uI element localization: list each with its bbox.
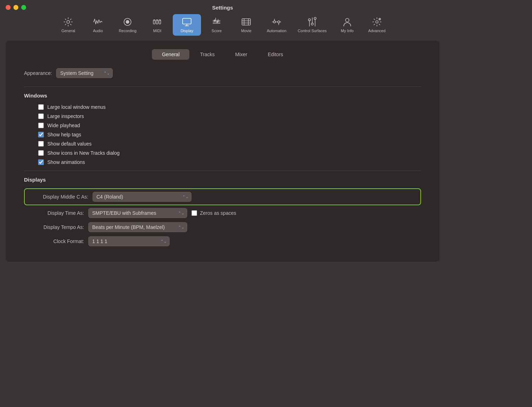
toolbar-item-recording[interactable]: Recording: [113, 14, 142, 36]
toolbar-automation-label: Automation: [267, 29, 286, 33]
display-time-row: Display Time As: SMPTE/EBU with Subframe…: [24, 208, 421, 218]
control-surfaces-icon: [307, 17, 317, 27]
windows-header: Windows: [24, 93, 421, 99]
traffic-lights: [6, 5, 26, 10]
svg-point-36: [376, 21, 378, 23]
checkbox-large-local-menus[interactable]: Large local window menus: [38, 104, 421, 110]
checkbox-show-animations-input[interactable]: [38, 159, 44, 165]
checkbox-large-inspectors-label: Large inspectors: [47, 113, 84, 119]
checkbox-large-inspectors[interactable]: Large inspectors: [38, 113, 421, 119]
svg-point-0: [67, 20, 70, 23]
display-middle-c-select-wrapper: C4 (Roland) C3 (Yamaha) C5: [93, 192, 191, 202]
maximize-button[interactable]: [21, 5, 26, 10]
checkbox-show-help-tags-label: Show help tags: [47, 132, 81, 137]
waveform-icon: [93, 17, 103, 27]
checkbox-show-default-values[interactable]: Show default values: [38, 141, 421, 147]
displays-section: Displays Display Middle C As: C4 (Roland…: [24, 177, 421, 246]
display-tempo-select-wrapper: Beats per Minute (BPM, Maelzel) Hertz: [88, 222, 187, 232]
person-icon: [342, 17, 352, 27]
svg-point-25: [278, 21, 280, 23]
toolbar-item-advanced[interactable]: Advanced: [363, 14, 391, 36]
tab-bar: General Tracks Mixer Editors: [17, 49, 428, 60]
clock-format-row: Clock Format: 1 1 1 1 1 1 1 0: [24, 236, 421, 246]
toolbar-control-surfaces-label: Control Surfaces: [298, 29, 327, 33]
toolbar-item-control-surfaces[interactable]: Control Surfaces: [293, 14, 332, 36]
toolbar-advanced-label: Advanced: [368, 29, 385, 33]
toolbar-midi-label: MIDI: [153, 29, 161, 33]
svg-point-8: [160, 20, 161, 21]
divider-2: [24, 171, 421, 171]
checkbox-show-animations-label: Show animations: [47, 159, 85, 165]
checkbox-show-help-tags-input[interactable]: [38, 132, 44, 137]
advanced-gear-icon: [372, 17, 382, 27]
display-tempo-label: Display Tempo As:: [24, 224, 84, 230]
toolbar-item-movie[interactable]: Movie: [232, 14, 260, 36]
toolbar-general-label: General: [61, 29, 75, 33]
midi-icon: [152, 17, 162, 27]
main-content: General Tracks Mixer Editors Appearance:…: [6, 41, 439, 262]
toolbar-item-score[interactable]: Score: [202, 14, 231, 36]
svg-rect-9: [183, 18, 191, 24]
display-middle-c-select[interactable]: C4 (Roland) C3 (Yamaha) C5: [93, 192, 191, 202]
clock-format-select-wrapper: 1 1 1 1 1 1 1 0: [88, 236, 170, 246]
clock-format-label: Clock Format:: [24, 238, 84, 244]
checkbox-wide-playhead[interactable]: Wide playhead: [38, 123, 421, 128]
tab-mixer[interactable]: Mixer: [225, 49, 257, 60]
record-icon: [123, 17, 132, 27]
minimize-button[interactable]: [13, 5, 18, 10]
checkbox-show-icons-new-tracks-label: Show icons in New Tracks dialog: [47, 150, 120, 156]
score-icon: [212, 17, 221, 27]
toolbar-item-my-info[interactable]: My Info: [333, 14, 361, 36]
tab-tracks[interactable]: Tracks: [190, 49, 224, 60]
movie-icon: [241, 17, 251, 27]
windows-checkboxes: Large local window menus Large inspector…: [24, 104, 421, 165]
toolbar: General Audio Recording MIDI: [0, 13, 445, 41]
appearance-row: Appearance: System Setting Light Dark: [24, 68, 421, 78]
titlebar: Settings: [0, 0, 445, 13]
appearance-label: Appearance:: [24, 70, 52, 76]
close-button[interactable]: [6, 5, 11, 10]
toolbar-score-label: Score: [212, 29, 222, 33]
gear-icon: [63, 17, 73, 27]
toolbar-audio-label: Audio: [93, 29, 103, 33]
toolbar-item-audio[interactable]: Audio: [84, 14, 112, 36]
display-tempo-select[interactable]: Beats per Minute (BPM, Maelzel) Hertz: [88, 222, 187, 232]
divider-1: [24, 87, 421, 87]
display-middle-c-row: Display Middle C As: C4 (Roland) C3 (Yam…: [24, 188, 421, 205]
zeros-as-spaces-wrapper: Zeros as spaces: [191, 210, 236, 216]
svg-point-2: [126, 20, 129, 24]
checkbox-show-icons-new-tracks[interactable]: Show icons in New Tracks dialog: [38, 150, 421, 156]
display-time-label: Display Time As:: [24, 210, 84, 216]
tab-content: Appearance: System Setting Light Dark Wi…: [17, 68, 428, 246]
display-tempo-row: Display Tempo As: Beats per Minute (BPM,…: [24, 222, 421, 232]
tab-general[interactable]: General: [152, 49, 189, 60]
checkbox-show-default-values-label: Show default values: [47, 141, 91, 147]
toolbar-item-automation[interactable]: Automation: [262, 14, 291, 36]
clock-format-select[interactable]: 1 1 1 1 1 1 1 0: [88, 236, 170, 246]
svg-point-24: [273, 21, 276, 23]
appearance-select-wrapper: System Setting Light Dark: [56, 68, 113, 78]
checkbox-wide-playhead-input[interactable]: [38, 123, 44, 128]
display-icon: [182, 17, 192, 27]
svg-rect-19: [242, 19, 250, 25]
toolbar-item-general[interactable]: General: [54, 14, 82, 36]
window-title: Settings: [212, 5, 233, 11]
checkbox-large-inspectors-input[interactable]: [38, 113, 44, 119]
tab-editors[interactable]: Editors: [258, 49, 293, 60]
checkbox-wide-playhead-label: Wide playhead: [47, 123, 80, 128]
display-time-select[interactable]: SMPTE/EBU with Subframes Bars & Beats Ti…: [88, 208, 187, 218]
toolbar-display-label: Display: [181, 29, 193, 33]
automation-icon: [272, 17, 282, 27]
checkbox-large-local-menus-label: Large local window menus: [47, 104, 106, 110]
zeros-as-spaces-checkbox[interactable]: [191, 210, 197, 216]
toolbar-item-display[interactable]: Display: [173, 14, 201, 36]
checkbox-large-local-menus-input[interactable]: [38, 104, 44, 110]
display-time-select-wrapper: SMPTE/EBU with Subframes Bars & Beats Ti…: [88, 208, 187, 218]
checkbox-show-help-tags[interactable]: Show help tags: [38, 132, 421, 137]
appearance-select[interactable]: System Setting Light Dark: [56, 68, 113, 78]
toolbar-item-midi[interactable]: MIDI: [143, 14, 171, 36]
checkbox-show-icons-new-tracks-input[interactable]: [38, 150, 44, 156]
checkbox-show-animations[interactable]: Show animations: [38, 159, 421, 165]
checkbox-show-default-values-input[interactable]: [38, 141, 44, 147]
zeros-as-spaces-label: Zeros as spaces: [200, 210, 236, 216]
